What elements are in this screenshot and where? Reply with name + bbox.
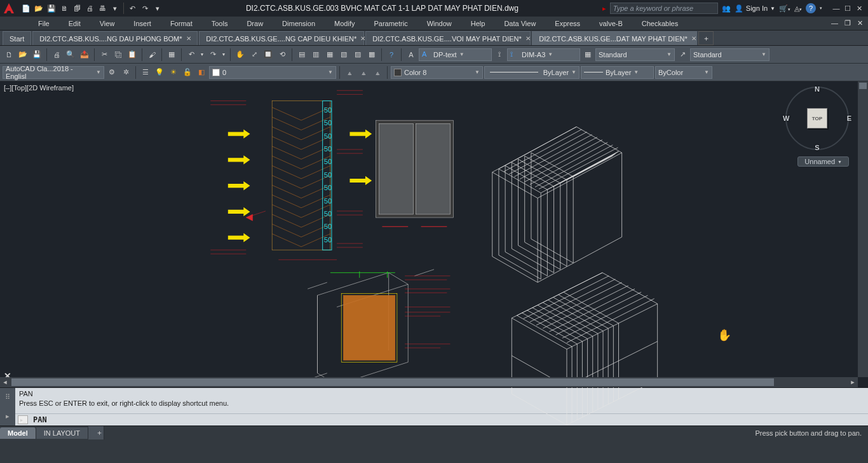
- redo-icon[interactable]: ↷: [139, 3, 151, 14]
- doc-restore-button[interactable]: ❐: [842, 18, 853, 29]
- close-tab-icon[interactable]: ✕: [526, 35, 531, 42]
- qnew-icon[interactable]: 🗋: [3, 48, 15, 61]
- publish-icon[interactable]: 📤: [78, 48, 91, 61]
- textstyle-icon[interactable]: A: [405, 48, 417, 61]
- menu-edit[interactable]: Edit: [61, 18, 88, 29]
- model-tab[interactable]: Model: [0, 427, 36, 439]
- menu-file[interactable]: File: [31, 18, 57, 29]
- autocad-logo-icon[interactable]: [0, 0, 18, 17]
- mleaderstyle-dropdown[interactable]: Standard▼: [690, 48, 770, 61]
- viewcube-north[interactable]: N: [815, 85, 820, 93]
- menu-express[interactable]: Express: [547, 18, 588, 29]
- minimize-button[interactable]: —: [831, 3, 841, 13]
- more-icon[interactable]: ▾: [109, 3, 121, 14]
- save-icon[interactable]: 💾: [46, 3, 57, 14]
- new-icon[interactable]: 📄: [20, 3, 32, 14]
- menu-insert[interactable]: Insert: [126, 18, 159, 29]
- infocenter-icon[interactable]: 👥: [722, 4, 731, 13]
- help-dropdown-icon[interactable]: ▾: [820, 6, 822, 11]
- blockeditor-icon[interactable]: ▦: [165, 48, 178, 61]
- command-handle[interactable]: ⠿ ▸: [0, 388, 15, 425]
- tablestyle-dropdown[interactable]: Standard▼: [595, 48, 675, 61]
- menu-window[interactable]: Window: [419, 18, 459, 29]
- close-tab-icon[interactable]: ✕: [360, 35, 365, 42]
- viewcube[interactable]: N S E W TOP: [785, 86, 849, 150]
- linetype-dropdown[interactable]: ByLayer▼: [484, 66, 580, 79]
- search-trigger-icon[interactable]: ▸: [602, 4, 606, 13]
- visualstyle-pill[interactable]: Unnamed ▼: [797, 156, 849, 167]
- redo-icon[interactable]: ↷: [207, 48, 219, 61]
- textstyle-dropdown[interactable]: ADP-text▼: [419, 48, 492, 61]
- properties-icon[interactable]: ▤: [295, 48, 308, 61]
- dimstyle-icon[interactable]: ⟟: [493, 48, 506, 61]
- sheetset-icon[interactable]: ▧: [337, 48, 350, 61]
- layout-tab[interactable]: IN LAYOUT: [36, 427, 88, 439]
- ws-save-icon[interactable]: ✲: [119, 66, 132, 79]
- scrollbar-thumb[interactable]: [11, 378, 774, 386]
- doc-minimize-button[interactable]: —: [829, 18, 841, 29]
- tab-drawing-1[interactable]: DI2.CTC.ASB.KUS.GE....NG CAP DIEU KHIEN*…: [199, 31, 364, 45]
- pan-icon[interactable]: ✋: [234, 48, 247, 61]
- scroll-right-icon[interactable]: ►: [848, 377, 858, 387]
- signin-button[interactable]: 👤 Sign In ▼: [735, 4, 775, 13]
- layeron-icon[interactable]: 💡: [153, 66, 166, 79]
- close-tab-icon[interactable]: ✕: [186, 35, 191, 42]
- drawing-canvas[interactable]: [–][Top][2D Wireframe] 505050 505050 505…: [0, 81, 868, 387]
- open-icon[interactable]: 📂: [17, 48, 29, 61]
- restore-button[interactable]: ☐: [843, 3, 853, 13]
- menu-format[interactable]: Format: [163, 18, 200, 29]
- close-tab-icon[interactable]: ✕: [691, 35, 696, 42]
- ws-settings-icon[interactable]: ⚙: [105, 66, 118, 79]
- menu-checkables[interactable]: Checkables: [634, 18, 686, 29]
- help2-icon[interactable]: ?: [385, 48, 398, 61]
- horizontal-scrollbar[interactable]: ◄ ►: [0, 377, 858, 387]
- preview-icon[interactable]: 🔍: [64, 48, 77, 61]
- layer-dropdown[interactable]: 0▼: [209, 66, 336, 79]
- color-dropdown[interactable]: Color 8▼: [391, 66, 483, 79]
- menu-dataview[interactable]: Data View: [496, 18, 543, 29]
- scrollbar-thumb[interactable]: [859, 83, 867, 89]
- menu-view[interactable]: View: [92, 18, 123, 29]
- tablestyle-icon[interactable]: ▦: [581, 48, 594, 61]
- search-input[interactable]: Type a keyword or phrase: [610, 3, 718, 14]
- new-tab-button[interactable]: ＋: [698, 31, 714, 45]
- dimstyle-dropdown[interactable]: ⟟DIM-A3▼: [507, 48, 580, 61]
- menu-draw[interactable]: Draw: [239, 18, 271, 29]
- undo-dd-icon[interactable]: ▼: [199, 48, 205, 61]
- viewcube-west[interactable]: W: [783, 114, 789, 122]
- undo-icon[interactable]: ↶: [185, 48, 198, 61]
- menu-modify[interactable]: Modify: [327, 18, 362, 29]
- matchprop-icon[interactable]: 🖌: [146, 48, 158, 61]
- command-input-row[interactable]: ▸_ PAN: [15, 413, 868, 425]
- add-layout-button[interactable]: ＋: [88, 426, 104, 439]
- menu-valveb[interactable]: valve-B: [592, 18, 630, 29]
- paste-icon[interactable]: 📋: [126, 48, 139, 61]
- save-icon[interactable]: 💾: [31, 48, 43, 61]
- menu-parametric[interactable]: Parametric: [366, 18, 415, 29]
- cut-icon[interactable]: ✂: [98, 48, 111, 61]
- tab-start[interactable]: Start: [3, 31, 31, 45]
- plot-icon[interactable]: 🖨: [84, 3, 95, 14]
- copy-icon[interactable]: ⿻: [112, 48, 125, 61]
- layeriso-icon[interactable]: ⟁: [357, 66, 370, 79]
- viewcube-south[interactable]: S: [815, 144, 819, 151]
- plot-icon[interactable]: 🖨: [50, 48, 63, 61]
- scroll-left-icon[interactable]: ◄: [0, 377, 10, 387]
- saveas-icon[interactable]: 🗎: [58, 3, 70, 14]
- menu-help[interactable]: Help: [463, 18, 493, 29]
- zoomprev-icon[interactable]: ⟲: [276, 48, 288, 61]
- plotstyle-dropdown[interactable]: ByColor▼: [655, 66, 712, 79]
- lineweight-dropdown[interactable]: ByLayer▼: [581, 66, 654, 79]
- help-icon[interactable]: ?: [806, 3, 816, 13]
- tab-drawing-2[interactable]: DI2.CTC.ASB.KUS.GE....VOI MAY PHAT DIEN*…: [365, 31, 531, 45]
- layerlock-icon[interactable]: 🔓: [181, 66, 194, 79]
- undo-icon[interactable]: ↶: [126, 3, 138, 14]
- viewcube-east[interactable]: E: [847, 114, 851, 122]
- viewcube-face[interactable]: TOP: [807, 108, 827, 128]
- layercolor-icon[interactable]: ◧: [195, 66, 208, 79]
- menu-tools[interactable]: Tools: [204, 18, 236, 29]
- doc-close-button[interactable]: ✕: [855, 18, 865, 29]
- toolpalettes-icon[interactable]: ▦: [323, 48, 336, 61]
- menu-dimension[interactable]: Dimension: [275, 18, 323, 29]
- close-button[interactable]: ✕: [854, 3, 864, 13]
